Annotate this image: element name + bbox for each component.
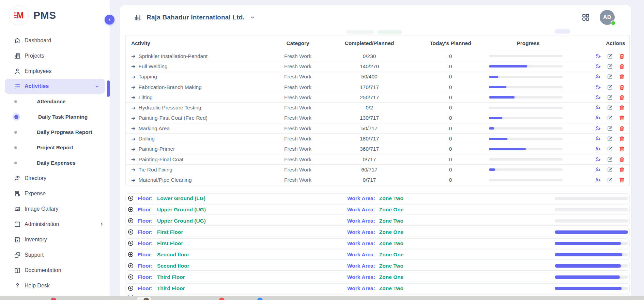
sidebar-item-administration[interactable]: Administration [0, 216, 110, 232]
delete-button[interactable] [618, 84, 625, 91]
company-selector[interactable]: Raja Bahadur International Ltd. [134, 13, 256, 21]
sidebar-item-image-gallary[interactable]: Image Gallary [0, 201, 110, 216]
expand-floor-button[interactable] [127, 240, 134, 246]
edit-button[interactable] [607, 115, 613, 121]
floor-row[interactable]: Floor: Third Floor Work Area: Zone Two [125, 283, 630, 293]
activity-row[interactable]: ➔ Material/Pipe Cleaning Fresh Work 0/71… [126, 175, 629, 185]
assign-user-button[interactable] [595, 125, 601, 132]
floor-row[interactable]: Floor: Third Floor Work Area: Zone One [125, 272, 630, 282]
sidebar-item-projects[interactable]: Projects [0, 48, 110, 63]
edit-button[interactable] [607, 73, 613, 80]
arrow-right-icon[interactable]: ➔ [131, 147, 136, 152]
edit-button[interactable] [607, 63, 613, 70]
floor-row[interactable]: Floor: Second floor Work Area: Zone One [125, 250, 630, 259]
sidebar-item-support[interactable]: Support [0, 247, 110, 262]
assign-user-button[interactable] [595, 177, 601, 183]
activity-row[interactable]: ➔ Tapping Fresh Work 50/400 0 [126, 72, 629, 82]
activity-row[interactable]: ➔ Fabrication-Branch Making Fresh Work 1… [126, 82, 629, 92]
taskbar-app-icon[interactable] [219, 298, 225, 300]
assign-user-button[interactable] [595, 73, 601, 80]
assign-user-button[interactable] [595, 63, 601, 70]
delete-button[interactable] [618, 63, 625, 70]
sidebar-subitem-daily-task-planning[interactable]: Daily Task Planning [0, 109, 110, 124]
arrow-right-icon[interactable]: ➔ [131, 167, 136, 172]
delete-button[interactable] [618, 125, 625, 132]
floor-row[interactable]: Floor: Lower Ground (LG) Work Area: Zone… [125, 193, 630, 203]
floor-row[interactable]: Floor: First Floor Work Area: Zone One [125, 227, 630, 237]
expand-floor-button[interactable] [127, 206, 134, 213]
assign-user-button[interactable] [595, 94, 601, 101]
assign-user-button[interactable] [595, 53, 601, 60]
activity-row[interactable]: ➔ Drilling Fresh Work 180/717 0 [126, 133, 629, 144]
floor-row[interactable]: Floor: Upper Ground (UG) Work Area: Zone… [125, 216, 630, 226]
activity-row[interactable]: ➔ Painting-First Coat (Fire Red) Fresh W… [126, 113, 629, 123]
sidebar-item-documentation[interactable]: Documentation [0, 262, 110, 278]
sidebar-collapse-button[interactable] [105, 15, 114, 25]
arrow-right-icon[interactable]: ➔ [131, 74, 136, 79]
edit-button[interactable] [607, 146, 613, 152]
activity-row[interactable]: ➔ Hydraulic Pressure Testing Fresh Work … [126, 102, 629, 112]
assign-user-button[interactable] [595, 135, 601, 142]
edit-button[interactable] [607, 135, 613, 142]
expand-floor-button[interactable] [127, 195, 134, 201]
activity-row[interactable]: ➔ Lifting Fresh Work 250/717 0 [126, 92, 629, 102]
floor-row[interactable]: Floor: Upper Ground (UG) Work Area: Zone… [125, 205, 630, 214]
sidebar-item-directory[interactable]: Directory [0, 170, 110, 186]
sidebar-item-inventory[interactable]: Inventory [0, 232, 110, 247]
expand-floor-button[interactable] [127, 251, 134, 258]
arrow-right-icon[interactable]: ➔ [131, 157, 136, 162]
assign-user-button[interactable] [595, 146, 601, 152]
sidebar-subitem-daily-expenses[interactable]: Daily Expenses [0, 155, 110, 170]
delete-button[interactable] [618, 146, 625, 152]
edit-button[interactable] [607, 104, 613, 111]
arrow-right-icon[interactable]: ➔ [131, 54, 136, 59]
edit-button[interactable] [607, 177, 613, 183]
delete-button[interactable] [618, 73, 625, 80]
activity-row[interactable]: ➔ Marking Area Fresh Work 50/717 0 [126, 123, 629, 133]
delete-button[interactable] [618, 53, 625, 60]
activity-row[interactable]: ➔ Painting-Final Coat Fresh Work 0/717 0 [126, 154, 629, 164]
edit-button[interactable] [607, 94, 613, 101]
assign-user-button[interactable] [595, 156, 601, 163]
edit-button[interactable] [607, 53, 613, 60]
sidebar-item-activities[interactable]: Activities [5, 79, 105, 94]
delete-button[interactable] [618, 135, 625, 142]
arrow-right-icon[interactable]: ➔ [131, 85, 136, 90]
user-avatar[interactable]: AD [600, 10, 615, 25]
edit-button[interactable] [607, 166, 613, 173]
expand-floor-button[interactable] [127, 274, 134, 280]
delete-button[interactable] [618, 94, 625, 101]
apps-grid-button[interactable] [581, 13, 590, 22]
activity-row[interactable]: ➔ Tie Rod Fixing Fresh Work 60/717 0 [126, 164, 629, 175]
taskbar-app-icon[interactable] [51, 298, 56, 300]
assign-user-button[interactable] [595, 115, 601, 121]
logo[interactable]: M PMS [0, 0, 110, 28]
delete-button[interactable] [618, 115, 625, 121]
arrow-right-icon[interactable]: ➔ [131, 126, 136, 131]
floor-row[interactable]: Floor: First Floor Work Area: Zone Two [125, 238, 630, 248]
expand-floor-button[interactable] [127, 229, 134, 235]
edit-button[interactable] [607, 84, 613, 91]
arrow-right-icon[interactable]: ➔ [131, 105, 136, 110]
arrow-right-icon[interactable]: ➔ [131, 116, 136, 121]
arrow-right-icon[interactable]: ➔ [131, 64, 136, 69]
assign-user-button[interactable] [595, 104, 601, 111]
sidebar-item-dashboard[interactable]: Dashboard [0, 33, 110, 48]
sidebar-item-help-desk[interactable]: ?Help Desk [0, 278, 110, 293]
sidebar-item-employees[interactable]: Employees [0, 63, 110, 79]
activity-row[interactable]: ➔ Sprinkler Installation-Pendant Fresh W… [126, 51, 629, 61]
assign-user-button[interactable] [595, 84, 601, 91]
expand-floor-button[interactable] [127, 262, 134, 269]
delete-button[interactable] [618, 104, 625, 111]
delete-button[interactable] [618, 156, 625, 163]
sidebar-subitem-project-report[interactable]: Project Report [0, 140, 110, 155]
arrow-right-icon[interactable]: ➔ [131, 95, 136, 100]
arrow-right-icon[interactable]: ➔ [131, 178, 136, 183]
activity-row[interactable]: ➔ Full Welding Fresh Work 140/270 0 [126, 61, 629, 71]
taskbar-app-icon[interactable] [257, 298, 263, 300]
arrow-right-icon[interactable]: ➔ [131, 136, 136, 141]
edit-button[interactable] [607, 156, 613, 163]
sidebar-item-expense[interactable]: Expense [0, 186, 110, 201]
expand-floor-button[interactable] [127, 217, 134, 224]
activity-row[interactable]: ➔ Painting-Primer Fresh Work 360/717 0 [126, 144, 629, 154]
